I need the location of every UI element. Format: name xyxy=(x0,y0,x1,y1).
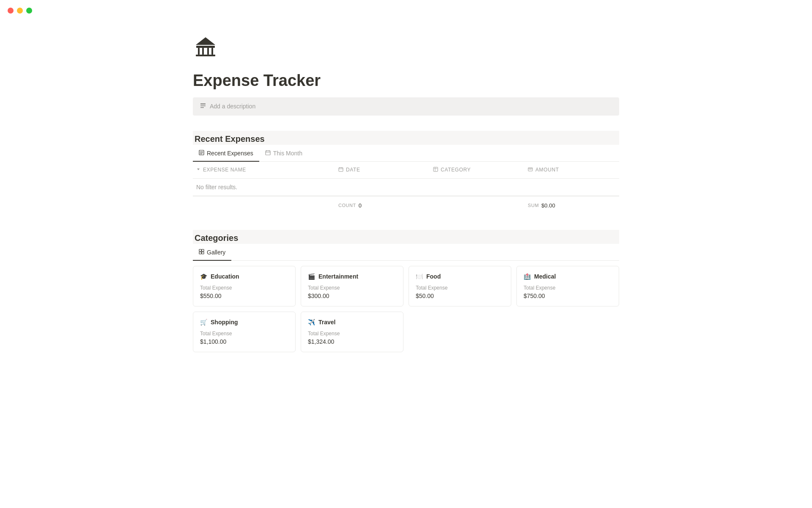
recent-expenses-title: Recent Expenses xyxy=(193,134,619,144)
svg-rect-15 xyxy=(266,150,267,152)
amount-icon xyxy=(528,167,533,173)
categories-tabs: Gallery xyxy=(193,245,619,261)
traffic-light-yellow[interactable] xyxy=(17,8,23,14)
card-shopping-field-label: Total Expense xyxy=(200,331,288,337)
card-entertainment[interactable]: 🎬 Entertainment Total Expense $300.00 xyxy=(301,266,403,306)
svg-rect-18 xyxy=(339,168,343,171)
tab-this-month[interactable]: This Month xyxy=(259,146,308,162)
traffic-light-red[interactable] xyxy=(8,8,14,14)
sum-value: $0.00 xyxy=(541,202,555,209)
card-food-field-value: $50.00 xyxy=(416,293,504,299)
svg-rect-19 xyxy=(340,167,340,168)
svg-rect-8 xyxy=(200,105,206,106)
footer-empty-cell xyxy=(430,201,524,210)
traffic-light-green[interactable] xyxy=(26,8,32,14)
categories-section: Categories Gallery � xyxy=(193,230,619,352)
main-content: Expense Tracker Add a description Recent… xyxy=(152,0,660,393)
card-shopping-field-value: $1,100.00 xyxy=(200,338,288,345)
svg-rect-9 xyxy=(200,107,204,108)
col-category[interactable]: Category xyxy=(430,165,524,175)
svg-rect-13 xyxy=(200,154,202,154)
svg-rect-5 xyxy=(196,55,215,56)
col-expense-name-label: Expense Name xyxy=(203,167,246,173)
card-shopping-title: 🛒 Shopping xyxy=(200,319,288,326)
card-medical-title: 🏥 Medical xyxy=(524,273,612,280)
svg-rect-11 xyxy=(200,152,203,152)
card-food-title: 🍽️ Food xyxy=(416,273,504,280)
svg-rect-16 xyxy=(269,150,269,152)
description-icon xyxy=(200,102,206,110)
svg-rect-27 xyxy=(202,249,204,251)
card-travel-field-label: Total Expense xyxy=(308,331,396,337)
svg-rect-0 xyxy=(196,46,215,48)
description-placeholder: Add a description xyxy=(210,103,255,110)
no-results-message: No filter results. xyxy=(193,179,619,196)
tab-gallery[interactable]: Gallery xyxy=(193,245,231,261)
svg-rect-14 xyxy=(266,151,270,155)
categories-section-header: Categories xyxy=(193,230,619,244)
tab-recent-expenses[interactable]: Recent Expenses xyxy=(193,146,259,162)
col-amount[interactable]: Amount xyxy=(524,165,619,175)
svg-rect-12 xyxy=(200,152,203,153)
categories-gallery: 🎓 Education Total Expense $550.00 🎬 Ente… xyxy=(193,266,619,352)
count-value: 0 xyxy=(359,202,362,209)
svg-rect-2 xyxy=(202,48,204,55)
card-entertainment-title: 🎬 Entertainment xyxy=(308,273,396,280)
svg-rect-28 xyxy=(199,252,201,254)
medical-icon: 🏥 xyxy=(524,273,531,280)
tab-recent-label: Recent Expenses xyxy=(207,150,253,157)
card-education-field-value: $550.00 xyxy=(200,293,288,299)
travel-icon: ✈️ xyxy=(308,319,315,326)
footer-count-cell xyxy=(193,201,335,210)
tab-gallery-label: Gallery xyxy=(207,249,225,256)
footer-sum-cell: SUM $0.00 xyxy=(524,201,619,210)
col-date-label: Date xyxy=(346,167,360,173)
card-medical-field-value: $750.00 xyxy=(524,293,612,299)
svg-rect-20 xyxy=(342,167,342,168)
svg-rect-21 xyxy=(339,168,343,169)
footer-count-value-cell: COUNT 0 xyxy=(335,201,430,210)
expenses-table: Expense Name Date xyxy=(193,162,619,215)
traffic-lights xyxy=(8,8,32,14)
card-education-field-label: Total Expense xyxy=(200,285,288,291)
date-icon xyxy=(338,167,343,173)
card-entertainment-field-label: Total Expense xyxy=(308,285,396,291)
svg-rect-22 xyxy=(433,167,438,171)
col-expense-name[interactable]: Expense Name xyxy=(193,165,335,175)
card-travel-title: ✈️ Travel xyxy=(308,319,396,326)
card-entertainment-field-value: $300.00 xyxy=(308,293,396,299)
tab-month-icon xyxy=(265,150,271,157)
education-icon: 🎓 xyxy=(200,273,207,280)
sum-label: SUM xyxy=(528,203,539,208)
card-travel[interactable]: ✈️ Travel Total Expense $1,324.00 xyxy=(301,312,403,352)
card-travel-field-value: $1,324.00 xyxy=(308,338,396,345)
table-header: Expense Name Date xyxy=(193,162,619,179)
svg-rect-3 xyxy=(207,48,209,55)
col-date[interactable]: Date xyxy=(335,165,430,175)
card-shopping[interactable]: 🛒 Shopping Total Expense $1,100.00 xyxy=(193,312,296,352)
count-label: COUNT xyxy=(338,203,356,208)
recent-expenses-tabs: Recent Expenses This Month xyxy=(193,146,619,162)
card-medical[interactable]: 🏥 Medical Total Expense $750.00 xyxy=(516,266,619,306)
gallery-icon xyxy=(199,249,204,256)
card-education[interactable]: 🎓 Education Total Expense $550.00 xyxy=(193,266,296,306)
recent-expenses-section: Recent Expenses Recent Expenses xyxy=(193,131,619,215)
entertainment-icon: 🎬 xyxy=(308,273,315,280)
card-food-field-label: Total Expense xyxy=(416,285,504,291)
svg-rect-4 xyxy=(211,48,213,55)
svg-rect-25 xyxy=(528,168,532,169)
svg-rect-26 xyxy=(199,249,201,251)
description-bar[interactable]: Add a description xyxy=(193,97,619,116)
svg-rect-7 xyxy=(200,103,206,105)
food-icon: 🍽️ xyxy=(416,273,423,280)
sort-down-icon xyxy=(196,167,200,173)
svg-rect-29 xyxy=(202,252,204,254)
card-medical-field-label: Total Expense xyxy=(524,285,612,291)
tab-month-label: This Month xyxy=(273,150,302,157)
categories-title: Categories xyxy=(193,233,619,243)
card-food[interactable]: 🍽️ Food Total Expense $50.00 xyxy=(409,266,511,306)
svg-rect-17 xyxy=(266,152,270,152)
category-icon xyxy=(433,167,438,173)
recent-expenses-section-header: Recent Expenses xyxy=(193,131,619,145)
svg-marker-6 xyxy=(196,37,215,45)
